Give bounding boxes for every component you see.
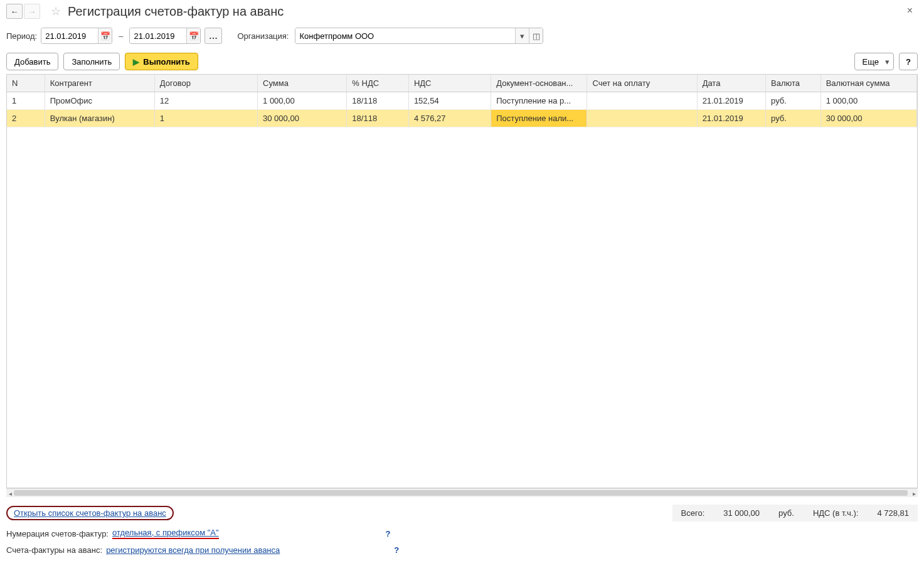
col-date[interactable]: Дата	[697, 75, 765, 92]
cell-sum[interactable]: 1 000,00	[258, 92, 347, 110]
col-basis[interactable]: Документ-основан...	[491, 75, 587, 92]
cell-date[interactable]: 21.01.2019	[697, 110, 765, 127]
cell-basis[interactable]: Поступление на р...	[491, 92, 587, 110]
cell-counterparty[interactable]: Вулкан (магазин)	[45, 110, 154, 127]
date-dash: –	[116, 31, 125, 41]
scroll-thumb[interactable]	[14, 490, 908, 496]
totals-box: Всего: 31 000,00 руб. НДС (в т.ч.): 4 72…	[672, 505, 918, 522]
cell-vat_pct[interactable]: 18/118	[347, 92, 409, 110]
col-contract[interactable]: Договор	[154, 75, 257, 92]
open-dialog-icon[interactable]: ◫	[529, 28, 543, 43]
caret-down-icon: ▾	[885, 57, 889, 67]
period-label: Период:	[6, 31, 37, 41]
col-currency[interactable]: Валюта	[766, 75, 821, 92]
favorite-star-icon[interactable]: ☆	[48, 4, 64, 19]
close-icon: ×	[907, 5, 913, 16]
arrow-right-icon: →	[28, 7, 36, 16]
organization-field[interactable]: ▾ ◫	[295, 28, 543, 44]
cell-n[interactable]: 2	[7, 110, 45, 127]
advance-label: Счета-фактуры на аванс:	[6, 545, 102, 555]
numbering-help-icon[interactable]: ?	[386, 529, 391, 538]
numbering-link[interactable]: отдельная, с префиксом "А"	[112, 528, 219, 539]
totals-currency: руб.	[778, 508, 794, 518]
cell-sum[interactable]: 30 000,00	[258, 110, 347, 127]
col-n[interactable]: N	[7, 75, 45, 92]
totals-label: Всего:	[681, 508, 705, 518]
col-csum[interactable]: Валютная сумма	[820, 75, 916, 92]
play-icon: ▶	[133, 57, 139, 67]
cell-invoice[interactable]	[587, 92, 697, 110]
cell-vat[interactable]: 4 576,27	[408, 110, 491, 127]
cell-invoice[interactable]	[587, 110, 697, 127]
cell-contract[interactable]: 1	[154, 110, 257, 127]
period-picker-button[interactable]: ...	[204, 28, 222, 44]
numbering-label: Нумерация счетов-фактур:	[6, 529, 109, 538]
run-button-label: Выполнить	[143, 57, 189, 67]
totals-vat-value: 4 728,81	[877, 508, 909, 518]
col-counterparty[interactable]: Контрагент	[45, 75, 154, 92]
cell-vat[interactable]: 152,54	[408, 92, 491, 110]
date-to-field[interactable]: 📅	[129, 28, 201, 44]
arrow-left-icon: ←	[11, 7, 19, 16]
col-vat[interactable]: НДС	[408, 75, 491, 92]
nav-forward-button[interactable]: →	[24, 4, 40, 19]
table-header-row: N Контрагент Договор Сумма % НДС НДС Док…	[7, 75, 917, 92]
nav-back-button[interactable]: ←	[6, 4, 23, 19]
dropdown-icon[interactable]: ▾	[515, 28, 529, 43]
organization-label: Организация:	[237, 31, 289, 41]
open-invoice-list-link[interactable]: Открыть список счетов-фактур на аванс	[6, 506, 174, 520]
cell-currency[interactable]: руб.	[766, 110, 821, 127]
date-from-field[interactable]: 📅	[41, 28, 112, 44]
totals-value: 31 000,00	[723, 508, 760, 518]
organization-input[interactable]	[295, 28, 515, 43]
advance-help-icon[interactable]: ?	[394, 545, 399, 555]
add-button[interactable]: Добавить	[6, 53, 58, 70]
invoice-table: N Контрагент Договор Сумма % НДС НДС Док…	[7, 75, 917, 127]
col-sum[interactable]: Сумма	[258, 75, 347, 92]
calendar-icon[interactable]: 📅	[98, 28, 112, 43]
grid-container[interactable]: N Контрагент Договор Сумма % НДС НДС Док…	[6, 74, 918, 488]
cell-n[interactable]: 1	[7, 92, 45, 110]
cell-basis[interactable]: Поступление нали...	[491, 110, 587, 127]
run-button[interactable]: ▶ Выполнить	[125, 53, 198, 70]
scroll-right-icon[interactable]: ▸	[910, 489, 918, 498]
cell-date[interactable]: 21.01.2019	[697, 92, 765, 110]
more-button[interactable]: Еще ▾	[854, 53, 894, 70]
col-vat-pct[interactable]: % НДС	[347, 75, 409, 92]
cell-csum[interactable]: 1 000,00	[820, 92, 916, 110]
cell-csum[interactable]: 30 000,00	[820, 110, 916, 127]
cell-contract[interactable]: 12	[154, 92, 257, 110]
date-to-input[interactable]	[130, 28, 186, 43]
fill-button[interactable]: Заполнить	[63, 53, 120, 70]
page-title: Регистрация счетов-фактур на аванс	[68, 4, 284, 19]
totals-vat-label: НДС (в т.ч.):	[813, 508, 859, 518]
table-row[interactable]: 1ПромОфис121 000,0018/118152,54Поступлен…	[7, 92, 917, 110]
cell-counterparty[interactable]: ПромОфис	[45, 92, 154, 110]
date-from-input[interactable]	[41, 28, 98, 43]
table-row[interactable]: 2Вулкан (магазин)130 000,0018/1184 576,2…	[7, 110, 917, 127]
scroll-left-icon[interactable]: ◂	[6, 489, 14, 498]
horizontal-scrollbar[interactable]: ◂ ▸	[6, 488, 918, 497]
cell-vat_pct[interactable]: 18/118	[347, 110, 409, 127]
advance-link[interactable]: регистрируются всегда при получении аван…	[106, 545, 280, 555]
help-button[interactable]: ?	[899, 53, 918, 70]
col-invoice[interactable]: Счет на оплату	[587, 75, 697, 92]
close-button[interactable]: ×	[903, 4, 916, 18]
calendar-icon[interactable]: 📅	[186, 28, 200, 43]
more-button-label: Еще	[863, 57, 879, 67]
cell-currency[interactable]: руб.	[766, 92, 821, 110]
